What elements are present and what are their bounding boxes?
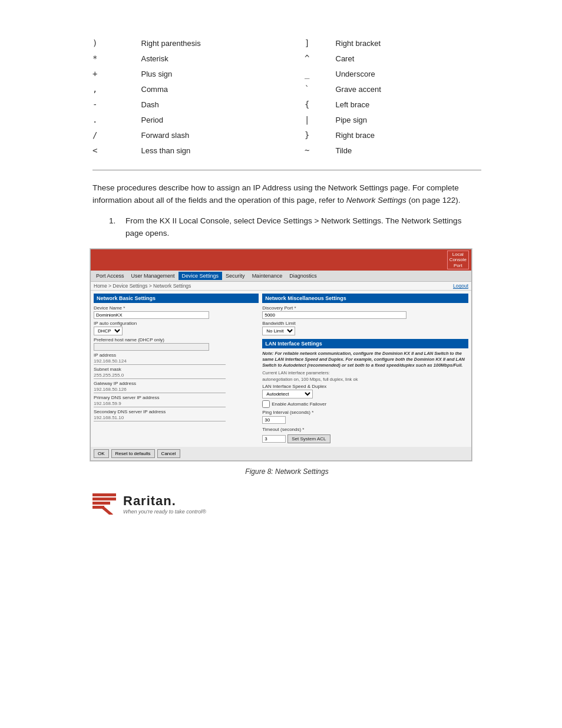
figure-caption-section: Figure 8: Network Settings bbox=[81, 467, 481, 476]
raritan-logo: Raritan. When you're ready to take contr… bbox=[92, 493, 206, 515]
discovery-port-label: Discovery Port * bbox=[262, 305, 468, 311]
symbol-section: ) Right parenthesis ] Right bracket * As… bbox=[81, 35, 481, 170]
bandwidth-row: No Limit bbox=[262, 327, 468, 335]
raritan-r-icon bbox=[92, 493, 118, 515]
set-system-acl-button[interactable]: Set System ACL bbox=[287, 434, 330, 443]
left-symbol: . bbox=[92, 112, 141, 127]
logo-icon-row: Raritan. When you're ready to take contr… bbox=[92, 493, 206, 515]
lan-current-label: Current LAN interface parameters: bbox=[262, 370, 468, 375]
device-name-label: Device Name * bbox=[94, 305, 259, 311]
right-symbol: { bbox=[287, 97, 336, 112]
step-text: From the KX II Local Console, select Dev… bbox=[125, 215, 481, 240]
ns-outer-frame: LocalConsolePort Port AccessUser Managem… bbox=[90, 249, 472, 461]
ip-auto-label: IP auto configuration bbox=[94, 321, 259, 326]
right-symbol: ` bbox=[287, 81, 336, 97]
top-bar-label: LocalConsolePort bbox=[447, 251, 469, 270]
figure-caption: Figure 8: Network Settings bbox=[92, 467, 481, 476]
description-paragraph: These procedures describe how to assign … bbox=[92, 182, 481, 207]
failover-label: Enable Automatic Failover bbox=[272, 401, 326, 407]
ns-menu-item-user-management[interactable]: User Management bbox=[128, 272, 178, 280]
right-symbol-name: Tilde bbox=[336, 143, 482, 158]
left-symbol: , bbox=[92, 81, 141, 97]
left-symbol-name: Less than sign bbox=[141, 143, 287, 158]
right-symbol: ] bbox=[287, 35, 336, 51]
ns-breadcrumb: Home > Device Settings > Network Setting… bbox=[91, 282, 471, 291]
ns-menu-item-maintenance[interactable]: Maintenance bbox=[249, 272, 286, 280]
right-section-header: Network Miscellaneous Settings bbox=[262, 294, 468, 303]
left-symbol: - bbox=[92, 97, 141, 112]
left-symbol-name: Asterisk bbox=[141, 51, 287, 66]
svg-rect-4 bbox=[101, 506, 113, 515]
step-number: 1. bbox=[109, 215, 120, 240]
symbol-row: / Forward slash } Right brace bbox=[92, 127, 481, 143]
timeout-input[interactable] bbox=[262, 435, 286, 443]
svg-rect-2 bbox=[92, 502, 110, 505]
ns-menu-item-port-access[interactable]: Port Access bbox=[92, 272, 128, 280]
bandwidth-label: Bandwidth Limit bbox=[262, 321, 468, 326]
preferred-host-label: Preferred host name (DHCP only) bbox=[94, 337, 259, 342]
left-symbol-name: Right parenthesis bbox=[141, 35, 287, 51]
gateway-value: 192.168.50.126 bbox=[94, 387, 226, 393]
subnet-mask-label: Subnet mask bbox=[94, 367, 259, 372]
ns-menu-item-diagnostics[interactable]: Diagnostics bbox=[286, 272, 320, 280]
left-symbol-name: Plus sign bbox=[141, 66, 287, 81]
ns-menu-item-security[interactable]: Security bbox=[222, 272, 249, 280]
lan-note: Note: For reliable network communication… bbox=[262, 351, 468, 368]
ping-input[interactable] bbox=[262, 416, 286, 424]
lan-speed-label: LAN Interface Speed & Duplex bbox=[262, 384, 468, 389]
raritan-text-group: Raritan. When you're ready to take contr… bbox=[123, 493, 206, 515]
left-symbol-name: Comma bbox=[141, 81, 287, 97]
right-symbol-name: Grave accent bbox=[336, 81, 482, 97]
network-settings-screenshot: LocalConsolePort Port AccessUser Managem… bbox=[90, 248, 472, 462]
footer-logo-section: Raritan. When you're ready to take contr… bbox=[81, 493, 481, 515]
lan-current-value: autonegotiation on, 100 Mbps, full duple… bbox=[262, 377, 468, 382]
failover-checkbox[interactable] bbox=[262, 400, 270, 408]
primary-dns-label: Primary DNS server IP address bbox=[94, 395, 259, 400]
left-symbol: < bbox=[92, 143, 141, 158]
symbol-row: - Dash { Left brace bbox=[92, 97, 481, 112]
symbol-row: + Plus sign _ Underscore bbox=[92, 66, 481, 81]
secondary-dns-value: 192.168.51.10 bbox=[94, 415, 226, 421]
device-name-input[interactable] bbox=[94, 311, 209, 319]
gateway-label: Gateway IP address bbox=[94, 381, 259, 386]
right-symbol-name: Underscore bbox=[336, 66, 482, 81]
ip-address-label: IP address bbox=[94, 353, 259, 358]
ns-right-panel: Network Miscellaneous Settings Discovery… bbox=[262, 294, 468, 443]
secondary-dns-label: Secondary DNS server IP address bbox=[94, 409, 259, 414]
section-divider bbox=[92, 170, 481, 170]
ns-menu-item-device-settings[interactable]: Device Settings bbox=[178, 272, 223, 280]
left-symbol-name: Dash bbox=[141, 97, 287, 112]
raritan-company-name: Raritan. bbox=[123, 493, 206, 509]
ip-auto-row: DHCP None bbox=[94, 327, 259, 335]
symbol-row: ) Right parenthesis ] Right bracket bbox=[92, 35, 481, 51]
right-symbol: } bbox=[287, 127, 336, 143]
ok-button[interactable]: OK bbox=[94, 449, 109, 458]
raritan-tagline: When you're ready to take control® bbox=[123, 509, 206, 515]
right-symbol-name: Caret bbox=[336, 51, 482, 66]
timeout-label: Timeout (seconds) * bbox=[262, 427, 468, 432]
right-symbol-name: Right bracket bbox=[336, 35, 482, 51]
para-italic: Network Settings bbox=[346, 196, 406, 205]
left-symbol: * bbox=[92, 51, 141, 66]
logout-link[interactable]: Logout bbox=[453, 283, 468, 289]
left-symbol: / bbox=[92, 127, 141, 143]
bandwidth-select[interactable]: No Limit bbox=[262, 327, 295, 335]
reset-button[interactable]: Reset to defaults bbox=[111, 449, 155, 458]
primary-dns-value: 192.168.59.9 bbox=[94, 401, 226, 407]
left-symbol: ) bbox=[92, 35, 141, 51]
failover-row: Enable Automatic Failover bbox=[262, 400, 468, 408]
symbol-row: < Less than sign ~ Tilde bbox=[92, 143, 481, 158]
symbol-row: . Period | Pipe sign bbox=[92, 112, 481, 127]
ns-menu-bar[interactable]: Port AccessUser ManagementDevice Setting… bbox=[91, 271, 471, 282]
preferred-host-input[interactable] bbox=[94, 343, 209, 351]
cancel-button[interactable]: Cancel bbox=[157, 449, 180, 458]
discovery-port-input[interactable] bbox=[262, 311, 406, 319]
lan-speed-row: Autodetect 10 Mbps/Half 10 Mbps/Full 100… bbox=[262, 390, 468, 398]
lan-speed-select[interactable]: Autodetect 10 Mbps/Half 10 Mbps/Full 100… bbox=[262, 390, 313, 398]
left-section-header: Network Basic Settings bbox=[94, 294, 259, 303]
right-symbol: | bbox=[287, 112, 336, 127]
ip-auto-select[interactable]: DHCP None bbox=[94, 327, 123, 335]
left-symbol-name: Forward slash bbox=[141, 127, 287, 143]
svg-rect-1 bbox=[92, 498, 116, 500]
ip-address-value: 192.168.50.124 bbox=[94, 358, 226, 365]
